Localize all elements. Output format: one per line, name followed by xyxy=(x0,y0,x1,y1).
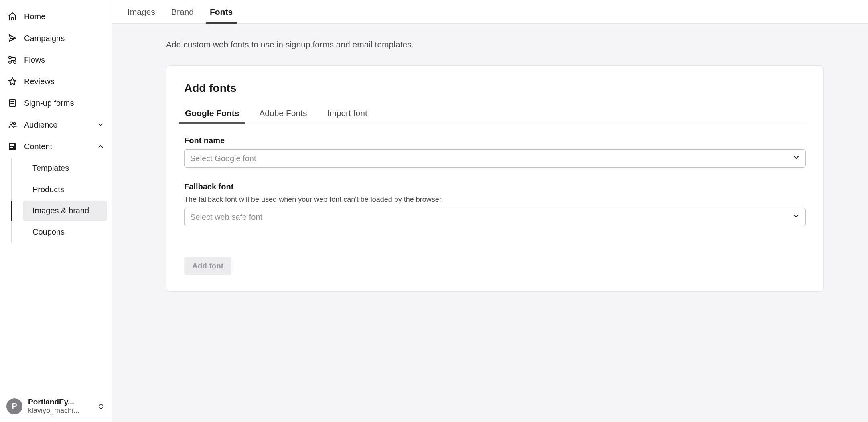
tab-fonts[interactable]: Fonts xyxy=(209,0,233,23)
page-description: Add custom web fonts to use in signup fo… xyxy=(166,40,824,49)
add-fonts-card: Add fonts Google Fonts Adobe Fonts Impor… xyxy=(166,65,824,292)
subnav-coupons[interactable]: Coupons xyxy=(23,222,107,242)
font-name-select[interactable]: Select Google font xyxy=(184,149,806,168)
star-icon xyxy=(7,76,18,87)
sidebar-item-campaigns[interactable]: Campaigns xyxy=(0,27,112,49)
inner-tab-label: Import font xyxy=(327,108,367,118)
flows-icon xyxy=(7,55,18,65)
button-label: Add font xyxy=(192,262,223,270)
home-icon xyxy=(7,11,18,22)
sidebar-item-label: Reviews xyxy=(24,77,55,86)
send-icon xyxy=(7,33,18,43)
account-sub: klaviyo_machi... xyxy=(28,406,91,415)
main: Images Brand Fonts Add custom web fonts … xyxy=(112,0,868,422)
tab-label: Brand xyxy=(171,7,194,16)
chevron-down-icon xyxy=(97,121,105,129)
svg-rect-9 xyxy=(9,143,16,150)
subnav-item-label: Templates xyxy=(32,164,69,173)
sidebar-item-content[interactable]: Content xyxy=(0,136,112,157)
sidebar-item-label: Campaigns xyxy=(24,34,65,43)
fallback-font-select[interactable]: Select web safe font xyxy=(184,208,806,226)
inner-tab-adobe-fonts[interactable]: Adobe Fonts xyxy=(258,104,308,124)
svg-point-7 xyxy=(10,122,12,124)
sidebar-item-label: Home xyxy=(24,12,45,21)
subnav-images-brand[interactable]: Images & brand xyxy=(23,201,107,221)
font-source-tabs: Google Fonts Adobe Fonts Import font xyxy=(184,104,806,124)
font-name-label: Font name xyxy=(184,136,806,145)
tab-images[interactable]: Images xyxy=(127,0,156,23)
select-placeholder: Select Google font xyxy=(190,154,256,163)
inner-tab-label: Google Fonts xyxy=(185,108,239,118)
content-icon xyxy=(7,141,18,152)
svg-point-8 xyxy=(14,123,16,125)
field-font-name: Font name Select Google font xyxy=(184,136,806,168)
sidebar-item-label: Audience xyxy=(24,120,57,130)
subnav-products[interactable]: Products xyxy=(23,179,107,200)
tab-brand[interactable]: Brand xyxy=(170,0,195,23)
sidebar-item-audience[interactable]: Audience xyxy=(0,114,112,136)
sidebar-item-reviews[interactable]: Reviews xyxy=(0,71,112,92)
chevron-up-icon xyxy=(97,142,105,150)
card-title: Add fonts xyxy=(184,82,806,95)
select-placeholder: Select web safe font xyxy=(190,213,262,222)
tab-label: Fonts xyxy=(210,7,233,16)
subnav-item-label: Images & brand xyxy=(32,206,89,215)
svg-rect-10 xyxy=(10,144,14,146)
field-fallback-font: Fallback font The fallback font will be … xyxy=(184,182,806,226)
account-switcher[interactable]: P PortlandEy... klaviyo_machi... xyxy=(0,390,112,422)
audience-icon xyxy=(7,120,18,130)
account-text: PortlandEy... klaviyo_machi... xyxy=(28,398,91,415)
sidebar-item-flows[interactable]: Flows xyxy=(0,49,112,71)
sidebar-item-label: Sign-up forms xyxy=(24,99,74,108)
inner-tab-label: Adobe Fonts xyxy=(259,108,307,118)
subnav-templates[interactable]: Templates xyxy=(23,158,107,179)
top-tabs: Images Brand Fonts xyxy=(112,0,868,24)
subnav-item-label: Products xyxy=(32,185,64,194)
account-name: PortlandEy... xyxy=(28,398,91,406)
content-scroll: Add custom web fonts to use in signup fo… xyxy=(112,24,868,422)
sidebar: Home Campaigns Flows Reviews xyxy=(0,0,112,422)
inner-tab-import-font[interactable]: Import font xyxy=(326,104,368,124)
fallback-help: The fallback font will be used when your… xyxy=(184,195,806,204)
form-icon xyxy=(7,98,18,108)
avatar: P xyxy=(6,398,22,414)
updown-icon xyxy=(97,401,105,412)
content-subnav: Templates Products Images & brand Coupon… xyxy=(11,158,112,242)
sidebar-item-signup-forms[interactable]: Sign-up forms xyxy=(0,92,112,114)
svg-point-1 xyxy=(14,61,16,63)
subnav-item-label: Coupons xyxy=(32,227,65,237)
tab-label: Images xyxy=(128,7,155,16)
fallback-label: Fallback font xyxy=(184,182,806,191)
svg-rect-11 xyxy=(10,147,13,148)
add-font-button[interactable]: Add font xyxy=(184,257,231,275)
sidebar-item-label: Flows xyxy=(24,55,45,65)
sidebar-item-label: Content xyxy=(24,142,52,151)
inner-tab-google-fonts[interactable]: Google Fonts xyxy=(184,104,240,124)
sidebar-item-home[interactable]: Home xyxy=(0,6,112,27)
nav: Home Campaigns Flows Reviews xyxy=(0,0,112,390)
